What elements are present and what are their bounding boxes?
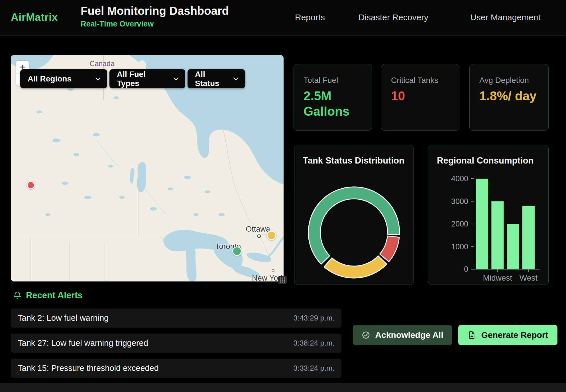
- page-subtitle: Real-Time Overview: [81, 20, 229, 28]
- recent-alerts-title: Recent Alerts: [26, 290, 83, 301]
- svg-text:4000: 4000: [451, 174, 468, 183]
- stat-value: 1.8%/ day: [479, 88, 539, 104]
- alert-timestamp: 3:38:24 p.m.: [293, 339, 335, 348]
- stat-label: Avg Depletion: [479, 76, 539, 85]
- svg-text:3000: 3000: [451, 197, 468, 206]
- acknowledge-all-button[interactable]: Acknowledge All: [353, 325, 452, 345]
- app-header: AirMatrix Fuel Monitoring Dashboard Real…: [0, 0, 566, 36]
- bar-chart: 01000200030004000MidwestWest: [428, 145, 549, 285]
- alert-row[interactable]: Tank 2: Low fuel warning 3:43:29 p.m.: [11, 309, 341, 328]
- svg-text:0: 0: [464, 265, 468, 273]
- region-filter-label: All Regions: [28, 74, 72, 83]
- svg-text:2000: 2000: [451, 220, 468, 228]
- chart-title: Regional Consumption: [437, 156, 534, 166]
- map-marker-normal[interactable]: [232, 246, 242, 256]
- stat-value: 10: [391, 88, 449, 104]
- map-resize-handle[interactable]: [278, 276, 287, 284]
- check-circle-icon: [362, 331, 370, 339]
- alert-message: Tank 27: Low fuel warning triggered: [18, 338, 148, 348]
- regional-consumption-card: 01000200030004000MidwestWest Regional Co…: [428, 145, 549, 285]
- status-filter-select[interactable]: All Status: [188, 69, 245, 88]
- chevron-down-icon: [95, 75, 100, 80]
- svg-text:1000: 1000: [451, 242, 468, 251]
- map-label-canada: Canada: [89, 60, 115, 68]
- bell-icon: [13, 291, 22, 300]
- brand-logo: AirMatrix: [11, 11, 58, 23]
- donut-chart: [294, 145, 414, 285]
- stat-label: Total Fuel: [304, 76, 362, 85]
- report-document-icon: [467, 331, 476, 339]
- svg-text:Midwest: Midwest: [483, 273, 512, 282]
- acknowledge-all-label: Acknowledge All: [375, 330, 443, 340]
- stat-card-avg-depletion: Avg Depletion 1.8%/ day: [469, 64, 549, 131]
- map-marker-warning[interactable]: [267, 231, 276, 240]
- chart-title: Tank Status Distribution: [303, 156, 404, 166]
- status-filter-label: All Status: [195, 70, 229, 88]
- fuel-monitoring-dashboard: AirMatrix Fuel Monitoring Dashboard Real…: [0, 0, 566, 392]
- nav-disaster-recovery[interactable]: Disaster Recovery: [359, 13, 428, 22]
- map-graphic: [11, 55, 284, 281]
- stat-card-total-fuel: Total Fuel 2.5M Gallons: [294, 64, 372, 131]
- alert-message: Tank 2: Low fuel warning: [18, 313, 109, 323]
- nav-user-management[interactable]: User Management: [470, 13, 541, 22]
- nav-reports[interactable]: Reports: [295, 13, 325, 22]
- generate-report-button[interactable]: Generate Report: [458, 325, 557, 345]
- stat-card-critical-tanks: Critical Tanks 10: [381, 64, 459, 131]
- alert-timestamp: 3:33:24 p.m.: [293, 364, 335, 373]
- fuel-type-filter-label: All Fuel Types: [117, 70, 169, 88]
- bottom-bar: [0, 383, 566, 392]
- region-filter-select[interactable]: All Regions: [20, 69, 107, 88]
- stat-label: Critical Tanks: [391, 76, 449, 85]
- map-canvas[interactable]: Canada Ottawa Toronto New York + − All R…: [11, 55, 284, 281]
- alert-message: Tank 15: Pressure threshold exceeded: [18, 364, 159, 373]
- tank-status-distribution-card: Tank Status Distribution: [294, 145, 414, 285]
- stat-value: 2.5M Gallons: [304, 88, 362, 119]
- alert-list: Tank 2: Low fuel warning 3:43:29 p.m. Ta…: [11, 309, 341, 378]
- drag-dots-icon: [279, 277, 286, 283]
- page-title: Fuel Monitoring Dashboard: [81, 5, 229, 17]
- svg-text:West: West: [520, 273, 538, 282]
- title-block: Fuel Monitoring Dashboard Real-Time Over…: [81, 5, 229, 28]
- recent-alerts-header: Recent Alerts: [13, 290, 83, 301]
- alert-row[interactable]: Tank 27: Low fuel warning triggered 3:38…: [11, 334, 341, 353]
- alert-timestamp: 3:43:29 p.m.: [293, 314, 335, 322]
- chevron-down-icon: [173, 75, 178, 80]
- chevron-down-icon: [233, 75, 238, 80]
- alert-row[interactable]: Tank 15: Pressure threshold exceeded 3:3…: [11, 359, 341, 378]
- generate-report-label: Generate Report: [481, 330, 548, 340]
- map-marker-critical[interactable]: [27, 181, 35, 189]
- fuel-type-filter-select[interactable]: All Fuel Types: [109, 69, 185, 88]
- map-label-ottawa: Ottawa: [246, 225, 270, 234]
